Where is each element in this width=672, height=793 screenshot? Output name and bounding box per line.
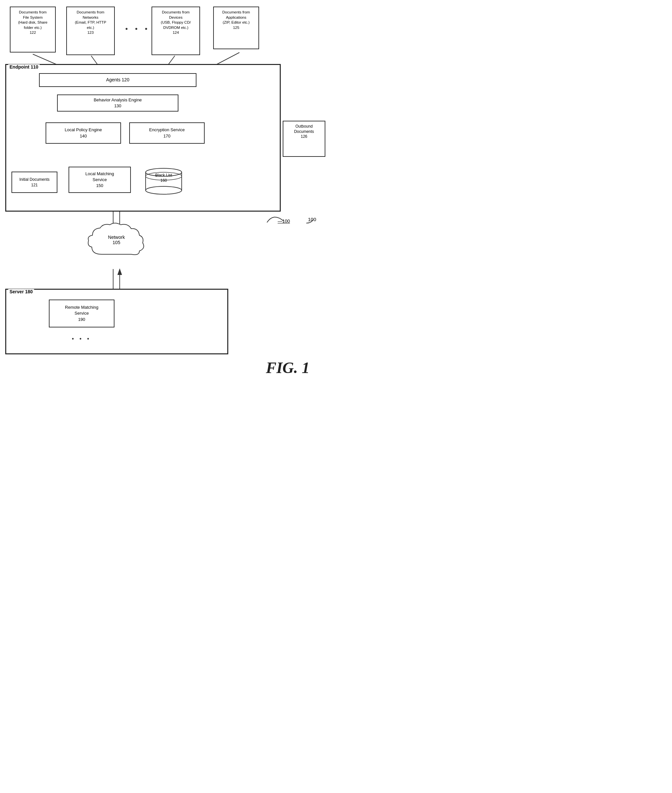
doc-devices: Documents from Devices (USB, Floppy CD/ … [152, 6, 200, 55]
black-list-db: Black List 160 [142, 166, 185, 195]
agents-box: Agents 120 [39, 73, 197, 87]
local-matching-service-box: Local Matching Service 150 [69, 167, 131, 193]
fig-label: FIG. 1 [266, 359, 310, 376]
ellipsis-1: • • • [125, 25, 150, 33]
endpoint-container: Endpoint 110 Agents 120 Behavior Analysi… [5, 64, 281, 211]
doc-applications: Documents from Applications (ZIP, Editor… [213, 6, 259, 49]
svg-point-23 [146, 186, 182, 194]
ref-100-area: —100 [264, 209, 290, 227]
encryption-service-box: Encryption Service 170 [129, 122, 205, 144]
local-policy-engine-box: Local Policy Engine 140 [46, 122, 121, 144]
doc-networks: Documents from Networks (Email, FTP, HTT… [66, 6, 115, 55]
server-label: Server 180 [8, 289, 34, 294]
ref-100: 100 [296, 215, 316, 226]
server-container: Server 180 Remote Matching Service 190 •… [5, 289, 228, 354]
diagram: Documents from File System (Hard disk, S… [0, 0, 336, 396]
doc-filesystem: Documents from File System (Hard disk, S… [10, 6, 56, 53]
endpoint-label: Endpoint 110 [8, 64, 40, 70]
initial-documents-box: Initial Documents 121 [11, 171, 58, 193]
network-cloud: Network 105 [85, 221, 147, 264]
remote-matching-service-box: Remote Matching Service 190 [49, 300, 114, 327]
behavior-analysis-box: Behavior Analysis Engine 130 [57, 95, 178, 112]
ellipsis-server: • • • [72, 336, 91, 343]
outbound-documents: Outbound Documents 126 [283, 121, 325, 157]
